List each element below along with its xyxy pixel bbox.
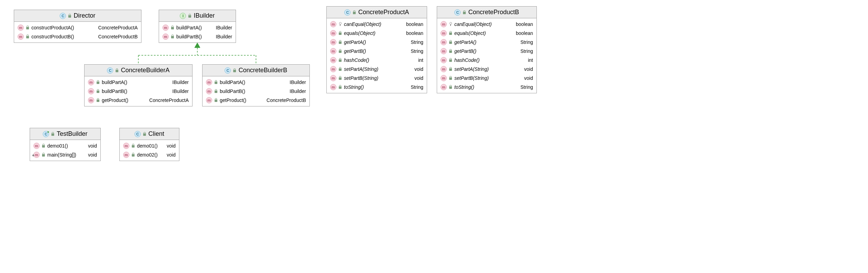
class-concreteproducta[interactable]: C ConcreteProductA m canEqual(Object) bo… [326,6,427,93]
member-row[interactable]: m toString() String [327,83,427,92]
lock-icon [143,132,146,136]
class-header: C ConcreteProductA [327,7,427,18]
method-icon: m [206,97,212,103]
key-icon [338,22,342,26]
member-name: demo01() [137,142,158,150]
method-icon: m [441,30,447,36]
member-row[interactable]: m buildPartB() IBuilder [159,32,236,41]
member-row[interactable]: m demo01() void [30,141,100,150]
member-row[interactable]: m getProduct() ConcreteProductA [85,96,192,105]
member-return: boolean [516,20,533,28]
class-testbuilder[interactable]: C TestBuilder m demo01() void m ◆ main(S… [30,128,101,161]
member-row[interactable]: m buildPartA() IBuilder [159,23,236,32]
class-concretebuildera[interactable]: C ConcreteBuilderA m buildPartA() IBuild… [84,64,193,106]
lock-icon [96,80,100,84]
member-return: void [167,151,176,159]
member-return: void [88,142,97,150]
member-return: IBuilder [216,33,232,40]
class-header: C ConcreteBuilderB [203,65,309,76]
class-header: C Client [120,128,179,140]
member-name: constructProductA() [31,24,74,31]
method-icon: m [441,84,447,90]
lock-icon [188,14,191,18]
member-row[interactable]: m constructProductB() ConcreteProductB [14,32,141,41]
lock-icon [42,144,45,148]
method-icon: m [123,152,129,158]
member-row[interactable]: m setPartA(String) void [327,65,427,74]
member-name: setPartA(String) [454,65,489,73]
method-icon: m [123,143,129,149]
member-row[interactable]: m buildPartA() IBuilder [85,78,192,87]
uml-canvas: C Director m constructProductA() Concret… [0,0,868,273]
member-row[interactable]: m setPartB(String) void [437,74,536,83]
member-return: void [414,65,423,73]
member-row[interactable]: m canEqual(Object) boolean [327,20,427,29]
member-row[interactable]: m demo01() void [120,141,179,150]
class-title: ConcreteProductA [358,9,409,16]
lock-icon [96,98,100,102]
lock-icon [115,68,119,73]
lock-icon [131,144,135,148]
method-icon: m [330,84,336,90]
class-director[interactable]: C Director m constructProductA() Concret… [14,10,141,43]
interface-ibuilder[interactable]: I IBuilder m buildPartA() IBuilder m bui… [159,10,236,43]
member-name: getPartA() [454,38,476,46]
interface-icon: I [180,13,186,19]
class-header: C TestBuilder [30,128,100,140]
member-row[interactable]: m equals(Object) boolean [437,29,536,38]
member-row[interactable]: m buildPartA() IBuilder [203,78,309,87]
method-icon: m [330,75,336,81]
class-concreteproductb[interactable]: C ConcreteProductB m canEqual(Object) bo… [437,6,537,93]
member-row[interactable]: m getPartA() String [327,38,427,47]
member-name: buildPartA() [220,78,245,86]
member-return: boolean [406,29,423,37]
member-return: IBuilder [216,24,232,31]
member-row[interactable]: m getPartA() String [437,38,536,47]
member-return: void [167,142,176,150]
member-row[interactable]: m demo02() void [120,150,179,159]
runnable-class-icon: C [43,131,49,137]
member-row[interactable]: m hashCode() int [327,56,427,65]
member-name: setPartB(String) [454,74,489,82]
class-title: ConcreteBuilderB [238,67,287,74]
lock-icon [26,35,29,39]
member-row[interactable]: m setPartB(String) void [327,74,427,83]
member-row[interactable]: m hashCode() int [437,56,536,65]
members: m buildPartA() IBuilder m buildPartB() I… [159,22,236,43]
member-row[interactable]: m ◆ main(String[]) void [30,150,100,159]
member-row[interactable]: m equals(Object) boolean [327,29,427,38]
method-icon: m [18,25,24,31]
member-row[interactable]: m getPartB() String [437,47,536,56]
member-name: getPartB() [344,47,366,55]
member-row[interactable]: m canEqual(Object) boolean [437,20,536,29]
member-return: void [414,74,423,82]
class-icon: C [344,9,351,16]
class-client[interactable]: C Client m demo01() void m demo02() void [119,128,179,161]
member-name: setPartA(String) [344,65,378,73]
member-row[interactable]: m buildPartB() IBuilder [85,87,192,96]
member-row[interactable]: m getPartB() String [327,47,427,56]
members: m demo01() void m demo02() void [120,140,179,161]
member-name: canEqual(Object) [454,20,492,28]
method-icon: m [162,34,169,40]
lock-icon [449,67,452,71]
member-row[interactable]: m constructProductA() ConcreteProductA [14,23,141,32]
member-return: int [528,56,533,64]
method-icon: m [441,57,447,63]
method-icon: m [330,48,336,54]
svg-marker-0 [195,43,200,48]
member-row[interactable]: m setPartA(String) void [437,65,536,74]
method-icon: m [88,79,94,85]
member-row[interactable]: m buildPartB() IBuilder [203,87,309,96]
lock-icon [338,58,342,62]
member-row[interactable]: m getProduct() ConcreteProductB [203,96,309,105]
member-name: getProduct() [220,96,246,104]
member-return: int [418,56,423,64]
member-name: setPartB(String) [344,74,378,82]
lock-icon [42,153,45,157]
member-row[interactable]: m toString() String [437,83,536,92]
class-icon: C [107,67,113,74]
lock-icon [449,76,452,80]
member-return: void [524,74,533,82]
class-concretebuilderb[interactable]: C ConcreteBuilderB m buildPartA() IBuild… [202,64,310,106]
